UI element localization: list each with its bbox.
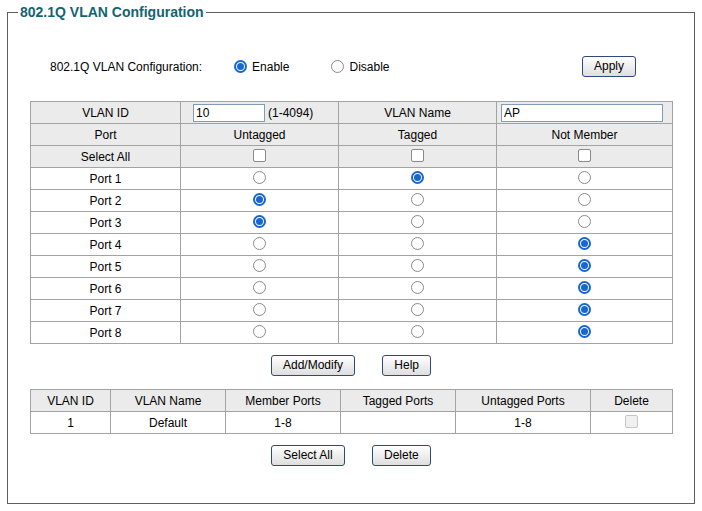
- vlan-list-header-row: VLAN IDVLAN NameMember PortsTagged Ports…: [31, 390, 673, 412]
- vlan-id-range-hint: (1-4094): [268, 106, 313, 120]
- vlan-member-ports-cell: 1-8: [226, 412, 341, 434]
- vlan-vlan-id-cell: 1: [31, 412, 111, 434]
- select-all-not-member-checkbox[interactable]: [578, 149, 591, 162]
- vlan-name-input[interactable]: [501, 104, 663, 122]
- select-all-label: Select All: [31, 146, 181, 168]
- enable-label: Enable: [252, 60, 289, 74]
- delete-button[interactable]: Delete: [372, 445, 431, 466]
- form-buttons-row: Add/Modify Help: [8, 355, 694, 376]
- port-3-tagged-radio[interactable]: [411, 215, 424, 228]
- vlan-configuration-panel: 802.1Q VLAN Configuration 802.1Q VLAN Co…: [7, 4, 695, 504]
- page-title: 802.1Q VLAN Configuration: [18, 4, 206, 20]
- port-label: Port 2: [31, 190, 181, 212]
- port-5-tagged-radio[interactable]: [411, 259, 424, 272]
- port-row: Port 7: [31, 300, 673, 322]
- port-label: Port 7: [31, 300, 181, 322]
- vlan-list-table: VLAN IDVLAN NameMember PortsTagged Ports…: [30, 389, 673, 434]
- column-header-row: Port Untagged Tagged Not Member: [31, 124, 673, 146]
- port-label: Port 1: [31, 168, 181, 190]
- port-4-tagged-radio[interactable]: [411, 237, 424, 250]
- disable-option[interactable]: Disable: [331, 60, 389, 74]
- vlan-list-column-header: VLAN ID: [31, 390, 111, 412]
- port-row: Port 1: [31, 168, 673, 190]
- port-row: Port 4: [31, 234, 673, 256]
- port-5-untagged-radio[interactable]: [253, 259, 266, 272]
- port-3-not-member-radio[interactable]: [578, 215, 591, 228]
- port-6-not-member-radio[interactable]: [578, 281, 591, 294]
- port-label: Port 6: [31, 278, 181, 300]
- not-member-column-header: Not Member: [497, 124, 673, 146]
- port-1-not-member-radio[interactable]: [578, 171, 591, 184]
- vlan-list-column-header: Untagged Ports: [456, 390, 591, 412]
- select-all-button[interactable]: Select All: [271, 445, 344, 466]
- enable-option[interactable]: Enable: [234, 60, 289, 74]
- vlan-membership-table: VLAN ID (1-4094) VLAN Name Port Untagged…: [30, 101, 673, 344]
- vlan-list-column-header: Member Ports: [226, 390, 341, 412]
- select-all-untagged-checkbox[interactable]: [253, 149, 266, 162]
- port-6-untagged-radio[interactable]: [253, 281, 266, 294]
- list-buttons-row: Select All Delete: [8, 445, 694, 466]
- port-7-not-member-radio[interactable]: [578, 303, 591, 316]
- tagged-column-header: Tagged: [339, 124, 497, 146]
- port-label: Port 3: [31, 212, 181, 234]
- port-6-tagged-radio[interactable]: [411, 281, 424, 294]
- vlan-list-column-header: Delete: [591, 390, 673, 412]
- port-label: Port 8: [31, 322, 181, 344]
- port-2-tagged-radio[interactable]: [411, 193, 424, 206]
- add-modify-button[interactable]: Add/Modify: [271, 355, 355, 376]
- vlan-untagged-ports-cell: 1-8: [456, 412, 591, 434]
- vlan-delete-checkbox: [625, 415, 638, 428]
- vlan-config-label: 802.1Q VLAN Configuration:: [50, 60, 202, 74]
- vlan-list-row: 1Default1-81-8: [31, 412, 673, 434]
- disable-label: Disable: [349, 60, 389, 74]
- untagged-column-header: Untagged: [181, 124, 339, 146]
- apply-button[interactable]: Apply: [582, 56, 636, 77]
- port-1-untagged-radio[interactable]: [253, 171, 266, 184]
- port-row: Port 5: [31, 256, 673, 278]
- port-7-untagged-radio[interactable]: [253, 303, 266, 316]
- port-row: Port 6: [31, 278, 673, 300]
- port-column-header: Port: [31, 124, 181, 146]
- vlan-list-column-header: VLAN Name: [111, 390, 226, 412]
- port-3-untagged-radio[interactable]: [253, 215, 266, 228]
- vlan-vlan-name-cell: Default: [111, 412, 226, 434]
- port-label: Port 5: [31, 256, 181, 278]
- port-7-tagged-radio[interactable]: [411, 303, 424, 316]
- port-8-not-member-radio[interactable]: [578, 325, 591, 338]
- vlan-list-column-header: Tagged Ports: [341, 390, 456, 412]
- port-row: Port 2: [31, 190, 673, 212]
- port-1-tagged-radio[interactable]: [411, 171, 424, 184]
- select-all-tagged-checkbox[interactable]: [411, 149, 424, 162]
- port-8-tagged-radio[interactable]: [411, 325, 424, 338]
- global-config-row: 802.1Q VLAN Configuration: Enable Disabl…: [50, 56, 694, 77]
- enable-radio[interactable]: [234, 60, 247, 73]
- port-2-untagged-radio[interactable]: [253, 193, 266, 206]
- vlan-tagged-ports-cell: [341, 412, 456, 434]
- port-2-not-member-radio[interactable]: [578, 193, 591, 206]
- port-8-untagged-radio[interactable]: [253, 325, 266, 338]
- port-label: Port 4: [31, 234, 181, 256]
- select-all-row: Select All: [31, 146, 673, 168]
- port-4-untagged-radio[interactable]: [253, 237, 266, 250]
- port-row: Port 3: [31, 212, 673, 234]
- help-button[interactable]: Help: [382, 355, 431, 376]
- port-5-not-member-radio[interactable]: [578, 259, 591, 272]
- port-4-not-member-radio[interactable]: [578, 237, 591, 250]
- vlan-id-input[interactable]: [193, 104, 265, 122]
- vlan-id-row: VLAN ID (1-4094) VLAN Name: [31, 102, 673, 124]
- vlan-name-label: VLAN Name: [339, 102, 497, 124]
- port-row: Port 8: [31, 322, 673, 344]
- disable-radio[interactable]: [331, 60, 344, 73]
- vlan-id-label: VLAN ID: [31, 102, 181, 124]
